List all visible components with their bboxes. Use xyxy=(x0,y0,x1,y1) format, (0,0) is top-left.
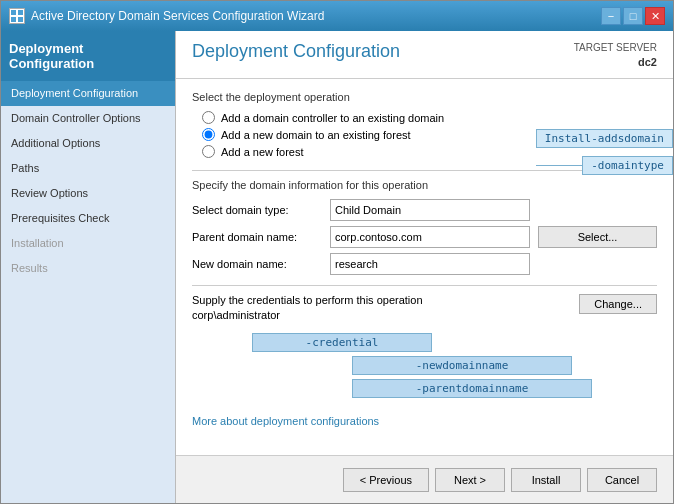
sidebar-header: Deployment Configuration xyxy=(1,31,175,81)
callout-domaintype: -domaintype xyxy=(582,156,673,175)
main-window: Active Directory Domain Services Configu… xyxy=(0,0,674,504)
install-button[interactable]: Install xyxy=(511,468,581,492)
main-header: Deployment Configuration TARGET SERVER d… xyxy=(176,31,673,79)
previous-button[interactable]: < Previous xyxy=(343,468,429,492)
select-button[interactable]: Select... xyxy=(538,226,657,248)
next-button[interactable]: Next > xyxy=(435,468,505,492)
footer: < Previous Next > Install Cancel xyxy=(176,455,673,503)
window-controls: − □ ✕ xyxy=(601,7,665,25)
sidebar-item-installation: Installation xyxy=(1,231,175,256)
svg-rect-2 xyxy=(11,17,16,22)
radio-add-new-domain[interactable] xyxy=(202,128,215,141)
more-link-area: More about deployment configurations xyxy=(192,414,657,428)
form-grid: Select domain type: Parent domain name: … xyxy=(192,199,657,275)
param-annotations: -credential -newdomainname -parentdomain… xyxy=(252,333,657,398)
main-panel: Deployment Configuration TARGET SERVER d… xyxy=(176,31,673,503)
domain-info-label: Specify the domain information for this … xyxy=(192,179,657,191)
param-newdomainname: -newdomainname xyxy=(352,356,572,375)
new-domain-input[interactable] xyxy=(330,253,530,275)
credentials-user: corp\administrator xyxy=(192,309,423,321)
sidebar-item-deployment-config[interactable]: Deployment Configuration xyxy=(1,81,175,106)
main-body: Select the deployment operation Add a do… xyxy=(176,79,673,455)
sidebar-item-domain-controller-options[interactable]: Domain Controller Options xyxy=(1,106,175,131)
radio-add-forest[interactable] xyxy=(202,145,215,158)
minimize-button[interactable]: − xyxy=(601,7,621,25)
callout-install-row: Install-addsdomain xyxy=(536,129,673,148)
credentials-area: Supply the credentials to perform this o… xyxy=(192,294,657,325)
maximize-button[interactable]: □ xyxy=(623,7,643,25)
radio-add-new-domain-label: Add a new domain to an existing forest xyxy=(221,129,411,141)
window-title: Active Directory Domain Services Configu… xyxy=(31,9,324,23)
cancel-button[interactable]: Cancel xyxy=(587,468,657,492)
radio-add-dc-label: Add a domain controller to an existing d… xyxy=(221,112,444,124)
radio-add-forest-label: Add a new forest xyxy=(221,146,304,158)
content-area: Deployment Configuration Deployment Conf… xyxy=(1,31,673,503)
radio-add-dc[interactable] xyxy=(202,111,215,124)
title-bar-left: Active Directory Domain Services Configu… xyxy=(9,8,324,24)
change-button[interactable]: Change... xyxy=(579,294,657,314)
sidebar-item-prerequisites-check[interactable]: Prerequisites Check xyxy=(1,206,175,231)
param-parentdomainname: -parentdomainname xyxy=(352,379,592,398)
param-box-group: -credential -newdomainname -parentdomain… xyxy=(252,333,552,398)
target-server-name: dc2 xyxy=(574,55,657,70)
target-server-label: TARGET SERVER xyxy=(574,42,657,53)
credentials-label: Supply the credentials to perform this o… xyxy=(192,294,423,306)
credentials-left: Supply the credentials to perform this o… xyxy=(192,294,423,325)
parent-domain-input[interactable] xyxy=(330,226,530,248)
more-link[interactable]: More about deployment configurations xyxy=(192,415,379,427)
target-server-info: TARGET SERVER dc2 xyxy=(574,41,657,70)
deployment-operation-label: Select the deployment operation xyxy=(192,91,657,103)
param-credential: -credential xyxy=(252,333,432,352)
close-button[interactable]: ✕ xyxy=(645,7,665,25)
sidebar-item-review-options[interactable]: Review Options xyxy=(1,181,175,206)
sidebar-item-paths[interactable]: Paths xyxy=(1,156,175,181)
title-bar: Active Directory Domain Services Configu… xyxy=(1,1,673,31)
divider-2 xyxy=(192,285,657,286)
parent-domain-label: Parent domain name: xyxy=(192,231,322,243)
radio-add-dc-row: Add a domain controller to an existing d… xyxy=(202,111,657,124)
callout-annotations: Install-addsdomain -domaintype xyxy=(536,129,673,175)
callout-install-addsdomain: Install-addsdomain xyxy=(536,129,673,148)
svg-rect-0 xyxy=(11,10,16,15)
sidebar: Deployment Configuration Deployment Conf… xyxy=(1,31,176,503)
domain-type-input[interactable] xyxy=(330,199,530,221)
domain-type-label: Select domain type: xyxy=(192,204,322,216)
new-domain-label: New domain name: xyxy=(192,258,322,270)
sidebar-item-additional-options[interactable]: Additional Options xyxy=(1,131,175,156)
page-title: Deployment Configuration xyxy=(192,41,400,62)
svg-rect-1 xyxy=(18,10,23,15)
app-icon xyxy=(9,8,25,24)
callout-domaintype-row: -domaintype xyxy=(536,156,673,175)
sidebar-item-results: Results xyxy=(1,256,175,281)
svg-rect-3 xyxy=(18,17,23,22)
